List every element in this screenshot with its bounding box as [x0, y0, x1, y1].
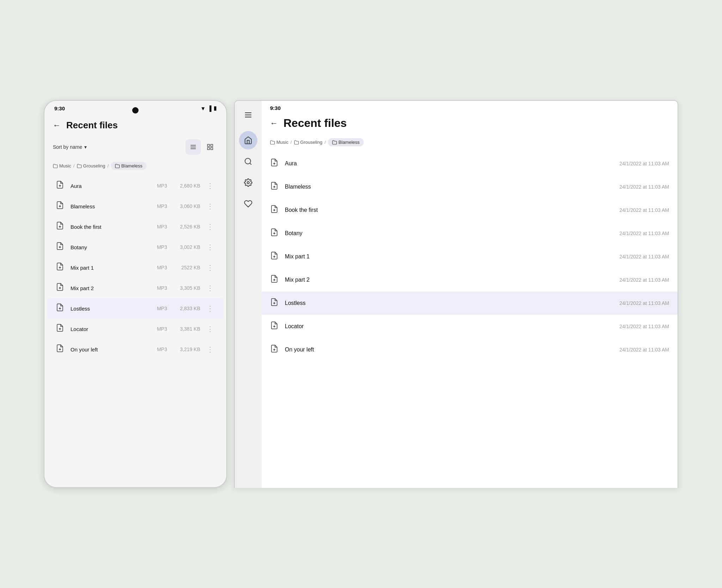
phone-toolbar: Sort by name ▾ — [44, 136, 226, 159]
sidebar-item-settings[interactable] — [239, 173, 257, 192]
breadcrumb-blameless[interactable]: Blameless — [111, 162, 147, 170]
phone-time: 9:30 — [54, 105, 65, 111]
tablet-breadcrumb-music-label: Music — [276, 140, 288, 145]
file-more-bookthefirst[interactable]: ⋮ — [205, 222, 215, 231]
file-more-mixpart1[interactable]: ⋮ — [205, 263, 215, 272]
grid-view-button[interactable] — [202, 139, 218, 155]
tablet-file-icon-lostless — [270, 298, 280, 308]
tablet-time: 9:30 — [270, 105, 281, 111]
tablet-file-item-onyourleft[interactable]: On your left 24/1/2022 at 11:03 AM — [262, 338, 678, 361]
tablet-breadcrumb-grouseling[interactable]: Grouseling — [294, 140, 323, 145]
hamburger-menu[interactable] — [244, 111, 252, 121]
tablet-file-item-locator[interactable]: Locator 24/1/2022 at 11:03 AM — [262, 315, 678, 338]
tablet-breadcrumb-blameless[interactable]: Blameless — [328, 138, 364, 146]
tablet-file-icon-aura — [270, 158, 280, 169]
file-type-mixpart2: MP3 — [150, 285, 167, 291]
breadcrumb-music[interactable]: Music — [53, 163, 71, 169]
tablet-file-item-mixpart2[interactable]: Mix part 2 24/1/2022 at 11:03 AM — [262, 268, 678, 292]
file-name-aura: Aura — [71, 183, 145, 189]
sort-button[interactable]: Sort by name ▾ — [53, 144, 87, 150]
file-type-bookthefirst: MP3 — [150, 224, 167, 229]
tablet-breadcrumb-sep2: / — [324, 140, 326, 145]
sidebar-item-search[interactable] — [239, 152, 257, 171]
file-type-botany: MP3 — [150, 244, 167, 250]
file-type-aura: MP3 — [150, 183, 167, 189]
sidebar-item-favorites[interactable] — [239, 195, 257, 213]
hamburger-area — [244, 106, 252, 128]
tablet-file-name-botany: Botany — [285, 230, 614, 237]
screens-container: 9:30 ▼ ▐ ▮ ← Recent files Sort by name ▾ — [44, 100, 678, 488]
svg-point-28 — [245, 158, 251, 164]
svg-point-30 — [247, 182, 249, 184]
file-size-mixpart2: 3,305 KB — [172, 285, 200, 291]
file-item-bookthefirst[interactable]: Book the first MP3 2,526 KB ⋮ — [47, 216, 224, 237]
tablet-file-list: Aura 24/1/2022 at 11:03 AM Blameless 24/… — [262, 152, 678, 488]
tablet-breadcrumb-music[interactable]: Music — [270, 140, 288, 145]
tablet-breadcrumb-sep1: / — [290, 140, 292, 145]
file-item-botany[interactable]: Botany MP3 3,002 KB ⋮ — [47, 237, 224, 257]
tablet-file-item-aura[interactable]: Aura 24/1/2022 at 11:03 AM — [262, 152, 678, 175]
tablet-file-name-bookthefirst: Book the first — [285, 207, 614, 213]
tablet-file-item-lostless[interactable]: Lostless 24/1/2022 at 11:03 AM — [262, 292, 678, 315]
tablet-file-icon-mixpart1 — [270, 251, 280, 262]
phone-file-list: Aura MP3 2,680 KB ⋮ Blameless MP3 3,060 … — [44, 176, 226, 360]
svg-line-29 — [250, 163, 251, 165]
file-icon-aura — [56, 180, 66, 191]
file-name-locator: Locator — [71, 326, 145, 332]
file-more-onyourleft[interactable]: ⋮ — [205, 345, 215, 354]
wifi-icon: ▼ — [201, 105, 206, 111]
sort-chevron-icon: ▾ — [84, 144, 87, 150]
tablet-file-date-lostless: 24/1/2022 at 11:03 AM — [619, 300, 669, 306]
tablet-file-name-aura: Aura — [285, 160, 614, 167]
list-view-button[interactable] — [185, 139, 201, 155]
file-item-mixpart1[interactable]: Mix part 1 MP3 2522 KB ⋮ — [47, 257, 224, 278]
file-size-aura: 2,680 KB — [172, 183, 200, 189]
tablet-breadcrumb: Music / Grouseling / Blameless — [262, 135, 678, 152]
tablet-back-button[interactable]: ← — [270, 119, 278, 128]
breadcrumb-blameless-label: Blameless — [121, 163, 142, 169]
file-more-botany[interactable]: ⋮ — [205, 243, 215, 251]
tablet-file-icon-blameless — [270, 182, 280, 192]
file-name-botany: Botany — [71, 244, 145, 250]
file-size-botany: 3,002 KB — [172, 244, 200, 250]
file-more-lostless[interactable]: ⋮ — [205, 304, 215, 313]
file-more-mixpart2[interactable]: ⋮ — [205, 284, 215, 292]
tablet-file-icon-mixpart2 — [270, 275, 280, 285]
tablet-file-item-mixpart1[interactable]: Mix part 1 24/1/2022 at 11:03 AM — [262, 245, 678, 268]
tablet-sidebar — [235, 101, 262, 488]
back-button[interactable]: ← — [53, 121, 61, 130]
file-icon-blameless — [56, 201, 66, 212]
breadcrumb-grouseling[interactable]: Grouseling — [77, 163, 105, 169]
file-icon-botany — [56, 242, 66, 252]
file-item-lostless[interactable]: Lostless MP3 2,833 KB ⋮ — [47, 298, 224, 319]
sidebar-item-home[interactable] — [239, 131, 257, 149]
file-item-aura[interactable]: Aura MP3 2,680 KB ⋮ — [47, 176, 224, 196]
phone-header: ← Recent files — [44, 114, 226, 136]
file-item-locator[interactable]: Locator MP3 3,381 KB ⋮ — [47, 319, 224, 339]
svg-rect-4 — [211, 145, 213, 147]
svg-rect-6 — [211, 148, 213, 150]
file-more-aura[interactable]: ⋮ — [205, 182, 215, 190]
file-name-blameless: Blameless — [71, 203, 145, 209]
tablet-file-item-blameless[interactable]: Blameless 24/1/2022 at 11:03 AM — [262, 175, 678, 198]
tablet-file-date-mixpart1: 24/1/2022 at 11:03 AM — [619, 254, 669, 259]
phone-status-bar: 9:30 ▼ ▐ ▮ — [44, 101, 226, 114]
tablet-file-name-locator: Locator — [285, 323, 614, 330]
tablet-file-item-botany[interactable]: Botany 24/1/2022 at 11:03 AM — [262, 222, 678, 245]
tablet-breadcrumb-blameless-label: Blameless — [338, 140, 360, 145]
file-more-locator[interactable]: ⋮ — [205, 325, 215, 333]
file-size-blameless: 3,060 KB — [172, 203, 200, 209]
file-name-bookthefirst: Book the first — [71, 224, 145, 230]
tablet-file-date-bookthefirst: 24/1/2022 at 11:03 AM — [619, 207, 669, 213]
tablet-file-icon-onyourleft — [270, 344, 280, 355]
file-more-blameless[interactable]: ⋮ — [205, 202, 215, 210]
file-item-onyourleft[interactable]: On your left MP3 3,219 KB ⋮ — [47, 339, 224, 360]
tablet-file-name-mixpart1: Mix part 1 — [285, 253, 614, 260]
file-type-locator: MP3 — [150, 326, 167, 332]
tablet-file-icon-botany — [270, 228, 280, 239]
file-item-blameless[interactable]: Blameless MP3 3,060 KB ⋮ — [47, 196, 224, 216]
file-item-mixpart2[interactable]: Mix part 2 MP3 3,305 KB ⋮ — [47, 278, 224, 298]
file-size-lostless: 2,833 KB — [172, 306, 200, 311]
tablet-file-item-bookthefirst[interactable]: Book the first 24/1/2022 at 11:03 AM — [262, 198, 678, 222]
file-icon-mixpart1 — [56, 262, 66, 273]
